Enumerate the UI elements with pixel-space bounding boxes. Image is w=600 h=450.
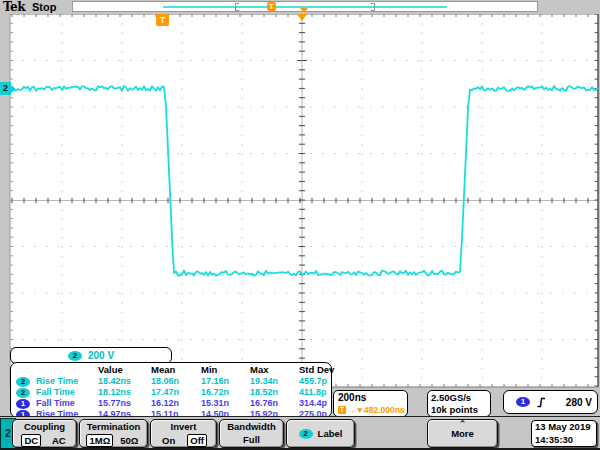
coupling-option-ac[interactable]: AC (50, 435, 68, 446)
invert-button[interactable]: Invert On Off (150, 419, 217, 448)
trigger-readout[interactable]: 1 280 V (503, 390, 598, 414)
rising-slope-icon (537, 397, 546, 408)
time-value: 14:35:30 (535, 434, 596, 447)
measurement-max: 19.34n (250, 376, 299, 387)
col-header-min: Min (201, 365, 250, 376)
measurement-value: 18.12ns (98, 387, 151, 398)
bottom-menu-bar: 2 Coupling DC AC Termination 1MΩ 50Ω Inv… (0, 416, 600, 450)
measurement-table: Value Mean Min Max Std Dev 2 Rise Time 1… (10, 362, 332, 418)
record-length: 10k points (431, 404, 490, 416)
record-window-bracket-left[interactable] (235, 3, 239, 11)
label-button[interactable]: 2 Label (286, 419, 355, 448)
termination-option-1mohm[interactable]: 1MΩ (86, 434, 113, 447)
measurement-mean: 18.06n (151, 376, 201, 387)
termination-title: Termination (80, 421, 147, 433)
trigger-position-flag-icon[interactable]: T (156, 14, 169, 26)
date-value: 13 May 2019 (535, 421, 596, 434)
measurement-mean: 17.47n (151, 387, 201, 398)
measurement-max: 16.76n (250, 398, 299, 409)
bandwidth-button[interactable]: Bandwidth Full (219, 419, 284, 448)
measurement-min: 17.16n (201, 376, 250, 387)
top-status-bar: Tek Stop T (0, 0, 600, 14)
sample-rate: 2.50GS/s (431, 392, 490, 404)
measurement-value: 15.77ns (98, 398, 151, 409)
acquisition-readout[interactable]: 2.50GS/s 10k points (427, 390, 491, 417)
more-caret-icon: ⌃ (428, 420, 497, 428)
measurement-min: 16.72n (201, 387, 250, 398)
channel2-position-marker[interactable]: 2 (0, 82, 11, 95)
col-header-mean: Mean (151, 365, 201, 376)
tek-logo: Tek (3, 0, 25, 14)
termination-button[interactable]: Termination 1MΩ 50Ω (79, 419, 148, 448)
invert-option-off[interactable]: Off (187, 434, 207, 447)
more-title: More (428, 428, 497, 440)
horizontal-scale: 200ns (338, 392, 407, 404)
invert-option-on[interactable]: On (160, 435, 177, 446)
coupling-option-dc[interactable]: DC (21, 434, 41, 447)
channel2-badge: 2 (68, 351, 82, 361)
bandwidth-title: Bandwidth (220, 421, 283, 433)
measurement-row-channel-badge: 2 (16, 387, 36, 398)
record-view-bar[interactable]: T (72, 1, 538, 12)
trigger-level-value: 280 V (566, 397, 592, 408)
termination-option-50ohm[interactable]: 50Ω (118, 435, 140, 446)
col-header-value: Value (98, 365, 151, 376)
record-expansion-icon (300, 8, 308, 13)
measurement-name: Fall Time (36, 398, 98, 409)
measurement-max: 18.52n (250, 387, 299, 398)
label-channel-badge: 2 (299, 429, 313, 439)
coupling-title: Coupling (13, 421, 76, 433)
delay-trigger-icon: T (338, 406, 346, 414)
expansion-point-icon (297, 14, 307, 21)
oscilloscope-screen: Tek Stop T T 2 2 200 V Value Mean Min Ma… (0, 0, 600, 450)
record-window-bracket-right[interactable] (371, 3, 375, 11)
measurement-value: 18.42ns (98, 376, 151, 387)
record-trigger-icon: T (267, 2, 276, 11)
invert-title: Invert (151, 421, 216, 433)
measurement-row-channel-badge: 1 (16, 398, 36, 409)
measurement-name: Rise Time (36, 376, 98, 387)
col-header-max: Max (250, 365, 299, 376)
datetime-box: 13 May 2019 14:35:30 (531, 420, 597, 447)
more-button[interactable]: ⌃ More (427, 419, 498, 448)
measurement-min: 15.31n (201, 398, 250, 409)
horizontal-readout[interactable]: 200ns T→▼482.000ns (333, 390, 408, 417)
measurement-stddev: 455.7p (299, 376, 355, 387)
label-title: Label (318, 428, 343, 439)
trigger-source-badge: 1 (516, 397, 530, 407)
channel2-scale-value: 200 V (88, 350, 114, 361)
measurement-mean: 16.12n (151, 398, 201, 409)
measurement-name: Fall Time (36, 387, 98, 398)
delay-arrow-icon: →▼ (347, 404, 364, 416)
measurement-row-channel-badge: 2 (16, 376, 36, 387)
horizontal-delay-value: 482.000ns (364, 404, 405, 416)
col-header-stddev: Std Dev (299, 365, 355, 376)
coupling-button[interactable]: Coupling DC AC (12, 419, 77, 448)
acquisition-status: Stop (32, 1, 56, 13)
bandwidth-value: Full (220, 434, 283, 445)
